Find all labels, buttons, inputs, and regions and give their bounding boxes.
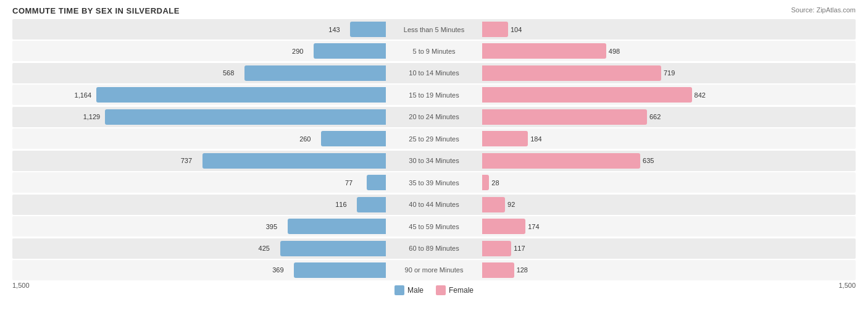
female-color-box [436,285,446,295]
row-label: 25 to 29 Minutes [409,135,459,143]
chart-row: 1,164 15 to 19 Minutes 842 [12,85,856,105]
chart-row: 395 45 to 59 Minutes 174 [12,216,856,237]
chart-row: 77 35 to 39 Minutes 28 [12,172,856,193]
male-value: 143 [328,26,340,33]
female-bar [482,219,525,234]
female-bar [482,262,514,278]
male-value: 77 [345,179,353,187]
male-bar [96,87,386,103]
bar-row: 77 35 to 39 Minutes 28 [12,172,856,193]
bar-row: 1,164 15 to 19 Minutes 842 [12,85,856,105]
row-label: 30 to 34 Minutes [409,157,459,164]
male-value: 395 [266,223,277,230]
male-bar [314,43,386,59]
male-bar [288,219,386,234]
male-bar [280,241,386,256]
female-bar [482,87,692,103]
chart-row: 290 5 to 9 Minutes 498 [12,41,856,61]
female-value: 104 [511,26,529,33]
row-label: 45 to 59 Minutes [409,223,459,230]
row-label: Less than 5 Minutes [404,26,464,33]
chart-row: 1,129 20 to 24 Minutes 662 [12,107,856,127]
male-color-box [394,285,404,295]
bar-row: 395 45 to 59 Minutes 174 [12,216,856,237]
female-bar [482,131,528,146]
female-value: 498 [609,48,627,55]
bar-row: 290 5 to 9 Minutes 498 [12,41,856,61]
female-bar [482,197,505,212]
row-label: 35 to 39 Minutes [409,179,459,187]
legend-female: Female [436,285,474,295]
male-bar [244,65,386,81]
row-label: 60 to 89 Minutes [409,245,459,252]
row-label: 40 to 44 Minutes [409,201,459,208]
legend-male: Male [394,285,424,295]
bar-row: 143 Less than 5 Minutes 104 [12,19,856,40]
female-value: 92 [507,201,526,208]
bar-row: 568 10 to 14 Minutes 719 [12,63,856,83]
row-label: 15 to 19 Minutes [409,91,459,99]
male-value: 1,164 [75,91,92,99]
female-value: 635 [643,157,661,164]
chart-row: 737 30 to 34 Minutes 635 [12,151,856,171]
source-label: Source: ZipAtlas.com [791,6,856,14]
male-value: 290 [292,48,303,55]
female-bar [482,22,508,37]
chart-container: COMMUTE TIME BY SEX IN SILVERDALE Source… [0,0,868,323]
female-value: 184 [530,135,549,143]
rows-container: 143 Less than 5 Minutes 104 290 [12,19,856,280]
bar-row: 369 90 or more Minutes 128 [12,260,856,280]
chart-row: 369 90 or more Minutes 128 [12,260,856,280]
male-bar [350,22,386,37]
female-bar [482,65,661,81]
female-value: 128 [517,266,535,274]
chart-row: 143 Less than 5 Minutes 104 [12,19,856,40]
female-value: 117 [514,245,532,252]
bar-row: 737 30 to 34 Minutes 635 [12,151,856,171]
male-value: 260 [299,135,311,143]
female-value: 174 [528,223,546,230]
row-label: 90 or more Minutes [405,266,464,274]
bar-row: 260 25 to 29 Minutes 184 [12,128,856,149]
chart-row: 260 25 to 29 Minutes 184 [12,128,856,149]
male-value: 568 [223,69,234,77]
female-value: 719 [664,69,682,77]
axis-right-label: 1,500 [838,282,856,295]
bar-row: 425 60 to 89 Minutes 117 [12,238,856,259]
male-value: 369 [272,266,283,274]
female-value: 662 [649,113,668,120]
female-value: 28 [491,179,510,187]
female-bar [482,153,640,169]
bar-row: 116 40 to 44 Minutes 92 [12,195,856,215]
row-label: 5 to 9 Minutes [412,48,455,55]
chart-row: 568 10 to 14 Minutes 719 [12,63,856,83]
male-value: 1,129 [83,113,101,120]
chart-title: COMMUTE TIME BY SEX IN SILVERDALE [12,6,856,15]
female-value: 842 [695,91,713,99]
row-label: 20 to 24 Minutes [409,113,459,120]
chart-row: 425 60 to 89 Minutes 117 [12,238,856,259]
female-bar [482,175,489,190]
row-label: 10 to 14 Minutes [409,69,459,77]
male-bar [367,175,386,190]
chart-row: 116 40 to 44 Minutes 92 [12,195,856,215]
male-value: 737 [181,157,192,164]
female-bar [482,109,647,125]
female-bar [482,43,606,59]
legend: Male Female [394,285,474,295]
male-bar [294,262,386,278]
female-bar [482,241,511,256]
axis-left-label: 1,500 [12,282,30,295]
male-bar [321,131,386,146]
legend-male-label: Male [407,286,424,295]
male-value: 425 [259,245,270,252]
male-bar [357,197,386,212]
legend-female-label: Female [449,286,474,295]
male-bar [105,109,386,125]
bar-row: 1,129 20 to 24 Minutes 662 [12,107,856,127]
male-value: 116 [335,201,346,208]
male-bar [202,153,386,169]
